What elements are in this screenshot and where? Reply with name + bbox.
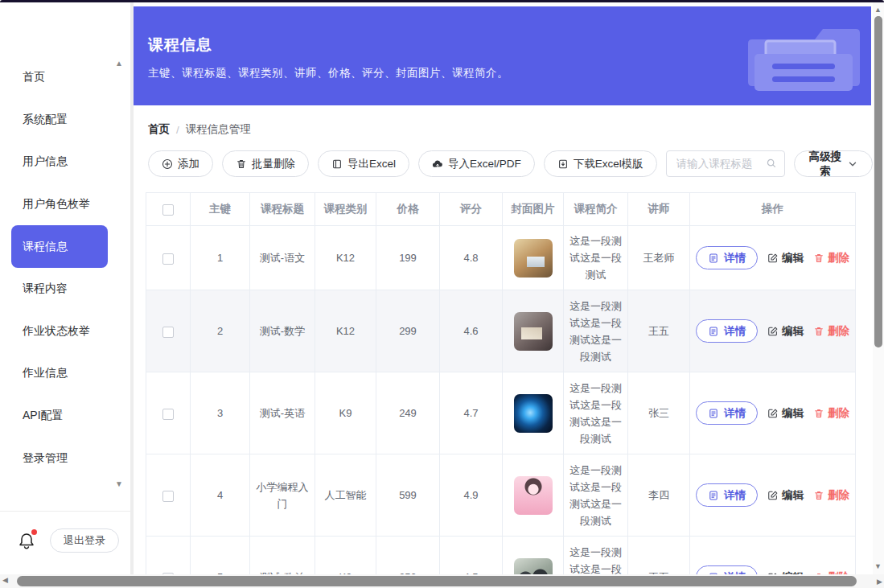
sidebar-scroll-down-icon[interactable]: ▼	[115, 480, 123, 488]
column-header-0: 主键	[191, 193, 250, 226]
advanced-search-button[interactable]: 高级搜索	[794, 150, 873, 177]
sidebar-item-login-management[interactable]: 登录管理	[0, 437, 130, 479]
batch-delete-button-label: 批量删除	[252, 157, 295, 171]
download-template-button[interactable]: 下载Excel模版	[544, 150, 657, 177]
column-header-2: 课程类别	[315, 193, 376, 226]
cell-cover	[503, 454, 564, 537]
sidebar-item-user-role-enum[interactable]: 用户角色枚举	[0, 183, 130, 226]
plus-circle-icon	[162, 158, 173, 170]
cell-rating: 4.5	[440, 537, 503, 575]
logout-button[interactable]: 退出登录	[50, 528, 119, 553]
doc-lines-icon	[708, 253, 719, 264]
delete-button[interactable]: 删除	[813, 323, 849, 339]
cell-actions: 详情编辑删除	[690, 537, 856, 575]
cover-image-laptop-study	[514, 239, 553, 278]
batch-delete-button[interactable]: 批量删除	[222, 150, 309, 177]
vertical-scrollbar[interactable]: ▲ ▼	[873, 2, 884, 574]
edit-pencil-icon	[767, 408, 779, 419]
cell-cover	[503, 372, 564, 454]
page-banner: 课程信息 主键、课程标题、课程类别、讲师、价格、评分、封面图片、课程简介。	[134, 6, 871, 105]
scroll-left-arrow-icon[interactable]: ◀	[2, 577, 8, 584]
delete-button[interactable]: 删除	[813, 487, 849, 504]
cell-cover	[503, 290, 564, 372]
row-checkbox[interactable]	[162, 409, 174, 420]
delete-label: 删除	[828, 323, 849, 339]
cover-image-business-meeting	[514, 558, 553, 575]
trash-icon	[813, 326, 824, 337]
cell-rating: 4.8	[440, 226, 503, 290]
doc-lines-icon	[708, 326, 719, 337]
notification-bell-icon[interactable]	[18, 531, 35, 550]
cell-rating: 4.6	[440, 290, 503, 372]
row-checkbox[interactable]	[162, 253, 174, 265]
delete-label: 删除	[828, 487, 849, 504]
row-actions: 详情编辑删除	[696, 319, 849, 343]
edit-label: 编辑	[782, 569, 804, 574]
sidebar-item-course-info[interactable]: 课程信息	[11, 225, 108, 268]
sidebar-item-homework-status-enum[interactable]: 作业状态枚举	[0, 310, 130, 353]
detail-button[interactable]: 详情	[696, 246, 758, 269]
scrollbar-corner: ▶	[873, 574, 884, 588]
cell-price: 299	[376, 290, 440, 372]
cell-teacher: 王老师	[628, 226, 690, 290]
edit-button[interactable]: 编辑	[767, 405, 804, 421]
sidebar-item-home[interactable]: 首页	[0, 56, 130, 99]
cell-title: 测试-政治	[250, 537, 315, 575]
column-header-8: 操作	[690, 193, 856, 226]
detail-button[interactable]: 详情	[696, 319, 758, 343]
sidebar-item-user-info[interactable]: 用户信息	[0, 141, 130, 183]
delete-button[interactable]: 删除	[813, 249, 849, 266]
row-checkbox[interactable]	[162, 491, 174, 502]
doc-lines-icon	[708, 490, 719, 501]
vertical-scrollbar-thumb[interactable]	[874, 16, 882, 347]
cell-id: 5	[191, 537, 250, 575]
sidebar-item-course-content[interactable]: 课程内容	[0, 268, 130, 310]
cell-actions: 详情编辑删除	[690, 226, 856, 290]
detail-button[interactable]: 详情	[696, 401, 758, 425]
edit-pencil-icon	[767, 326, 779, 337]
chevron-down-icon	[847, 158, 858, 170]
scroll-up-arrow-icon[interactable]: ▲	[874, 6, 882, 14]
cell-teacher: 张三	[628, 372, 690, 454]
cell-price: 599	[376, 454, 440, 537]
edit-button[interactable]: 编辑	[767, 323, 804, 339]
add-button[interactable]: 添加	[148, 150, 213, 177]
column-header-1: 课程标题	[250, 193, 315, 226]
horizontal-scrollbar-thumb[interactable]	[17, 576, 857, 586]
detail-button[interactable]: 详情	[696, 483, 758, 507]
breadcrumb-home[interactable]: 首页	[148, 122, 170, 137]
export-excel-button[interactable]: 导出Excel	[318, 150, 409, 177]
cell-rating: 4.9	[440, 454, 503, 537]
column-header-3: 价格	[376, 193, 440, 226]
edit-button[interactable]: 编辑	[767, 249, 804, 266]
delete-button[interactable]: 删除	[813, 569, 849, 574]
row-checkbox[interactable]	[162, 327, 174, 338]
cell-category: K12	[315, 226, 376, 290]
scroll-down-arrow-icon[interactable]: ▼	[874, 563, 882, 570]
delete-button[interactable]: 删除	[813, 405, 849, 421]
cell-intro: 这是一段测试这是一段测试这是一段测试	[564, 454, 628, 537]
cover-image-blue-wave	[514, 394, 553, 433]
detail-button[interactable]: 详情	[696, 565, 758, 574]
sidebar-item-api-config[interactable]: API配置	[0, 395, 130, 438]
cell-select	[146, 226, 191, 290]
sidebar-item-system-config[interactable]: 系统配置	[0, 99, 130, 142]
cell-actions: 详情编辑删除	[690, 372, 856, 454]
cell-category: K12	[315, 290, 376, 372]
sidebar-footer: 退出登录	[0, 511, 130, 574]
horizontal-scrollbar[interactable]: ◀	[0, 574, 873, 588]
detail-label: 详情	[724, 251, 746, 265]
scroll-right-arrow-icon[interactable]: ▶	[877, 578, 882, 586]
sidebar-item-homework-info[interactable]: 作业信息	[0, 352, 130, 395]
edit-button[interactable]: 编辑	[767, 569, 804, 574]
row-actions: 详情编辑删除	[696, 246, 849, 269]
cell-id: 3	[191, 372, 250, 454]
edit-pencil-icon	[767, 253, 779, 264]
select-all-checkbox[interactable]	[162, 204, 174, 216]
detail-label: 详情	[724, 324, 746, 339]
edit-button[interactable]: 编辑	[767, 487, 804, 504]
import-excel-pdf-button[interactable]: 导入Excel/PDF	[418, 150, 535, 177]
table-row: 4小学编程入门人工智能5994.9这是一段测试这是一段测试这是一段测试李四详情编…	[146, 454, 856, 537]
table-header-row: 主键课程标题课程类别价格评分封面图片课程简介讲师操作	[146, 193, 856, 226]
download-template-button-label: 下载Excel模版	[574, 157, 643, 171]
